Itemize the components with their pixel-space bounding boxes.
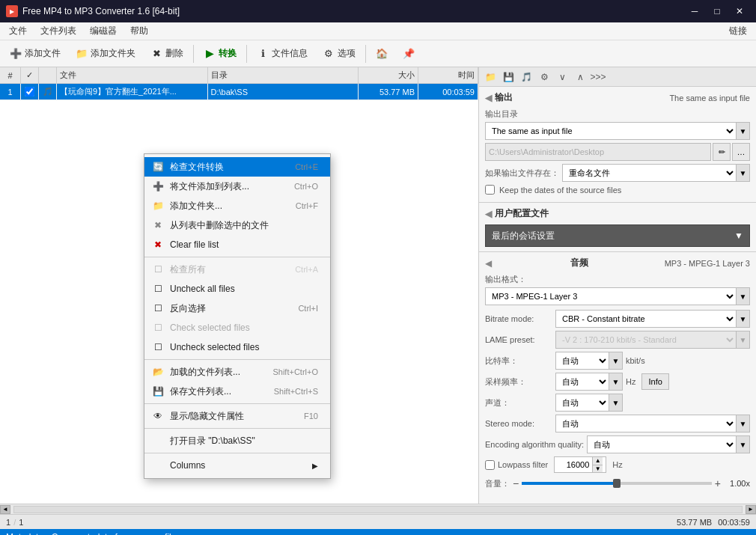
- rt-save-btn[interactable]: 💾: [500, 70, 516, 85]
- rt-settings-btn[interactable]: ⚙: [536, 70, 552, 85]
- menu-help[interactable]: 帮助: [124, 23, 154, 39]
- volume-slider[interactable]: [522, 482, 712, 485]
- home-icon: 🏠: [376, 48, 388, 60]
- bitrate-rate-label: 比特率：: [485, 355, 552, 367]
- cell-check[interactable]: [21, 84, 39, 100]
- ctx-uncheck-all[interactable]: ☐ Uncheck all files: [144, 279, 330, 299]
- menu-file[interactable]: 文件: [3, 23, 33, 39]
- channels-select[interactable]: 自动: [556, 394, 609, 411]
- scroll-right-btn[interactable]: ►: [746, 505, 756, 514]
- ctx-uncheck-selected[interactable]: ☐ Uncheck selected files: [144, 337, 330, 357]
- table-header: # ✓ 文件 目录 大小 时间: [0, 67, 478, 84]
- bitrate-rate-select[interactable]: 自动: [556, 352, 609, 369]
- file-info-button[interactable]: ℹ 文件信息: [250, 43, 314, 64]
- file-exists-label: 如果输出文件存在：: [485, 168, 559, 179]
- ctx-columns[interactable]: Columns ▶: [144, 456, 330, 475]
- channels-dropdown-btn[interactable]: ▼: [609, 394, 622, 411]
- close-button[interactable]: ✕: [729, 4, 750, 19]
- format-dropdown-btn[interactable]: ▼: [736, 288, 749, 305]
- ctx-load-list[interactable]: 📂 加载的文件列表... Shift+Ctrl+O: [144, 362, 330, 382]
- sample-rate-dropdown-btn[interactable]: ▼: [609, 373, 622, 390]
- minimize-button[interactable]: ─: [684, 4, 705, 19]
- ctx-add-files[interactable]: ➕ 将文件添加到列表... Ctrl+O: [144, 177, 330, 196]
- home-button[interactable]: 🏠: [369, 43, 394, 64]
- bitrate-mode-select[interactable]: CBR - Constant bitrate: [556, 311, 736, 327]
- stereo-dropdown-btn[interactable]: ▼: [736, 415, 749, 432]
- bitrate-mode-label: Bitrate mode:: [485, 314, 552, 323]
- output-title-right: The same as input file: [669, 94, 750, 103]
- sample-rate-select[interactable]: 自动: [556, 373, 609, 390]
- pin-button[interactable]: 📌: [396, 43, 421, 64]
- scroll-track[interactable]: [13, 506, 743, 513]
- ctx-save-list[interactable]: 💾 保存文件列表... Shift+Ctrl+S: [144, 382, 330, 401]
- ctx-invert-selection[interactable]: ☐ 反向选择 Ctrl+I: [144, 299, 330, 318]
- bottom-info-text: Metadata - Copy metadata from source fil…: [6, 532, 176, 535]
- menu-link[interactable]: 链接: [723, 23, 753, 39]
- volume-plus[interactable]: +: [715, 477, 721, 489]
- scroll-left-btn[interactable]: ◄: [0, 505, 10, 514]
- ctx-check-all: ☐ 检查所有 Ctrl+A: [144, 260, 330, 279]
- output-dir-dropdown-btn[interactable]: ▼: [736, 123, 749, 139]
- menu-filelist[interactable]: 文件列表: [34, 23, 82, 39]
- lame-dropdown-btn: ▼: [736, 331, 749, 348]
- app-title: Free MP4 to MP3 Converter 1.6 [64-bit]: [22, 6, 180, 16]
- browse-path-btn[interactable]: …: [732, 143, 750, 161]
- lowpass-up-btn[interactable]: ▲: [593, 457, 603, 465]
- format-select[interactable]: MP3 - MPEG-1 Layer 3: [486, 288, 736, 305]
- cell-type-icon: 🎵: [39, 84, 57, 100]
- volume-minus[interactable]: −: [513, 477, 519, 489]
- format-label: 输出格式：: [485, 274, 750, 285]
- ctx-show-hide-props[interactable]: 👁 显示/隐藏文件属性 F10: [144, 406, 330, 426]
- rt-audio-btn[interactable]: 🎵: [518, 70, 534, 85]
- delete-button[interactable]: ✖ 删除: [144, 43, 190, 64]
- status-total: 1: [19, 518, 23, 527]
- col-header-dir: 目录: [208, 67, 359, 83]
- profile-dropdown[interactable]: 最后的会话设置 ▼: [485, 224, 750, 247]
- output-dir-label: 输出目录: [485, 108, 750, 120]
- convert-button[interactable]: ▶ 转换: [197, 43, 243, 64]
- volume-handle[interactable]: [613, 479, 621, 488]
- ctx-check-convert[interactable]: 🔄 检查文件转换 Ctrl+E: [144, 157, 330, 177]
- rt-down-btn[interactable]: ∨: [554, 70, 570, 85]
- menu-encoder[interactable]: 编磁器: [84, 23, 123, 39]
- ctx-check-selected-icon: ☐: [152, 322, 164, 334]
- output-dir-select[interactable]: The same as input file: [486, 123, 736, 139]
- rt-folder-btn[interactable]: 📁: [482, 70, 499, 85]
- rt-up-btn[interactable]: ∧: [572, 70, 588, 85]
- horizontal-scrollbar[interactable]: ◄ ►: [0, 504, 756, 514]
- bitrate-unit: kbit/s: [626, 356, 645, 365]
- output-path-input[interactable]: [485, 143, 711, 161]
- add-file-button[interactable]: ➕ 添加文件: [3, 43, 67, 64]
- audio-section: ◀ 音频 MP3 - MPEG-1 Layer 3 输出格式： MP3 - MP…: [479, 252, 756, 497]
- ctx-add-folder[interactable]: 📁 添加文件夹... Ctrl+F: [144, 196, 330, 215]
- file-exists-dropdown-btn[interactable]: ▼: [736, 165, 749, 181]
- user-config-section: ◀ 用户配置文件 最后的会话设置 ▼: [479, 203, 756, 252]
- info-button[interactable]: Info: [641, 373, 668, 390]
- ctx-open-dir[interactable]: 打开目录 "D:\bak\SS": [144, 431, 330, 450]
- file-exists-select[interactable]: 重命名文件: [563, 165, 736, 181]
- cell-filename: 【玩命闯9】官方翻生_2021年...: [57, 84, 208, 100]
- ctx-remove-selected[interactable]: ✖ 从列表中删除选中的文件: [144, 215, 330, 235]
- bitrate-mode-dropdown-btn[interactable]: ▼: [736, 311, 749, 327]
- add-folder-button[interactable]: 📁 添加文件夹: [69, 43, 142, 64]
- stereo-select[interactable]: 自动: [556, 415, 736, 432]
- bitrate-rate-dropdown-btn[interactable]: ▼: [609, 352, 622, 369]
- stereo-label: Stereo mode:: [485, 419, 552, 428]
- volume-value: 1.00x: [724, 479, 750, 488]
- sample-unit: Hz: [626, 377, 635, 386]
- volume-label: 音量：: [485, 478, 510, 489]
- lowpass-checkbox[interactable]: [485, 460, 495, 470]
- status-time: 00:03:59: [718, 518, 750, 527]
- encoding-dropdown-btn[interactable]: ▼: [736, 436, 749, 453]
- edit-path-btn[interactable]: ✏: [713, 143, 731, 161]
- lowpass-value[interactable]: [555, 460, 592, 469]
- ctx-clear-list[interactable]: ✖ Clear file list: [144, 235, 330, 254]
- options-button[interactable]: ⚙ 选项: [316, 43, 362, 64]
- maximize-button[interactable]: □: [707, 4, 728, 19]
- rt-more-btn[interactable]: >>>: [590, 70, 606, 85]
- lowpass-down-btn[interactable]: ▼: [593, 465, 603, 473]
- table-row[interactable]: 1 🎵 【玩命闯9】官方翻生_2021年... D:\bak\SS 53.77 …: [0, 84, 478, 100]
- encoding-select[interactable]: 自动: [588, 436, 736, 453]
- row-checkbox[interactable]: [25, 87, 34, 97]
- keep-dates-checkbox[interactable]: [485, 185, 495, 195]
